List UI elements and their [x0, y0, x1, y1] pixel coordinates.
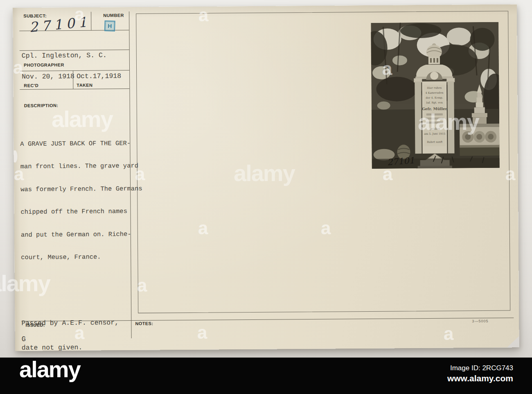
website-url: www.alamy.com: [447, 374, 513, 383]
grave-photo: Hier ruhen 4 Kameraden der 4. Komp. Inf.…: [371, 22, 499, 169]
footer-bar: alamy Image ID: 2RCG743 www.alamy.com: [0, 358, 532, 394]
sepia-overlay: [371, 22, 499, 169]
description-line: was formerly French. The Germans: [20, 185, 142, 194]
archive-card-shadow: SUBJECT: 27101 NUMBER H Cpl. Ingleston, …: [13, 4, 519, 351]
description-line: man front lines. The grave yard: [20, 162, 142, 171]
taken-label: TAKEN: [77, 83, 92, 88]
alamy-logo: alamy: [19, 356, 80, 383]
issued-label: ISSUED:: [25, 322, 45, 327]
number-label: NUMBER: [103, 13, 124, 18]
number-stamp: H: [104, 20, 115, 32]
archive-card: SUBJECT: 27101 NUMBER H Cpl. Ingleston, …: [13, 4, 519, 351]
alamy-stock-image-page: SUBJECT: 27101 NUMBER H Cpl. Ingleston, …: [0, 0, 532, 394]
issued-code: G: [22, 335, 26, 343]
footer-info: Image ID: 2RCG743 www.alamy.com: [447, 364, 513, 383]
rule-under-dates: [20, 88, 129, 90]
rule-under-photographer: [20, 70, 129, 71]
description-label: DESCRIPTION:: [24, 103, 59, 108]
image-id-text: Image ID: 2RCG743: [447, 364, 513, 372]
received-label: REC'D: [24, 83, 38, 88]
photographer-label: PHOTOGRAPHER: [24, 62, 64, 68]
received-date: Nov. 20, 1918: [22, 72, 74, 81]
censor-line: date not given.: [22, 342, 119, 353]
description-text: A GRAVE JUST BACK OF THE GER- man front …: [20, 125, 143, 277]
description-line: A GRAVE JUST BACK OF THE GER-: [20, 140, 142, 148]
description-line: chipped off the French names: [20, 208, 142, 216]
taken-date: Oct.17,1918: [77, 72, 121, 80]
photographer-name: Cpl. Ingleston, S. C.: [22, 51, 107, 59]
rule-blank-row: [20, 50, 129, 51]
description-line: and put the German on. Riche-: [21, 230, 143, 239]
print-code: 3—5005: [472, 319, 488, 323]
card-edge-tear: [12, 150, 17, 163]
description-line: court, Meuse, France.: [21, 253, 143, 262]
notes-label: NOTES:: [135, 321, 153, 326]
